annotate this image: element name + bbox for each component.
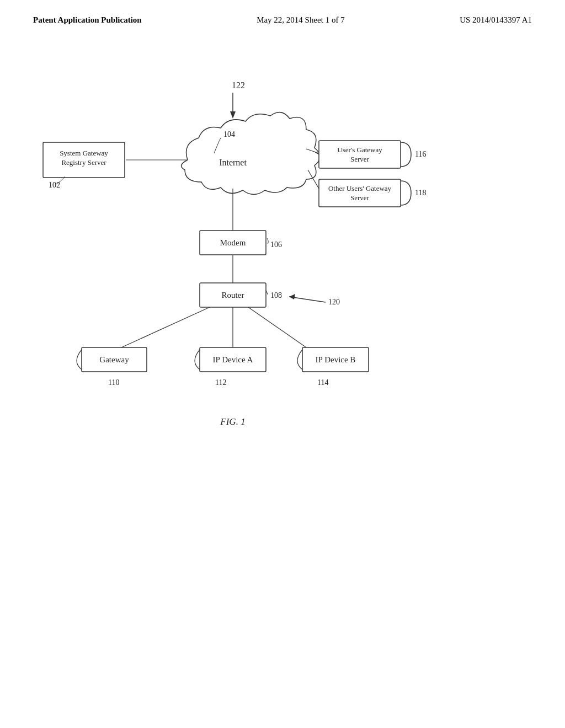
svg-text:IP Device B: IP Device B bbox=[316, 355, 356, 364]
internet-label: Internet bbox=[219, 158, 247, 167]
page-header: Patent Application Publication May 22, 2… bbox=[0, 0, 565, 25]
svg-line-21 bbox=[289, 297, 326, 302]
svg-text:IP Device A: IP Device A bbox=[213, 355, 253, 364]
svg-line-25 bbox=[248, 307, 306, 347]
svg-text:Modem: Modem bbox=[220, 238, 246, 247]
patent-diagram: 122 Internet 104 System Gateway Registry… bbox=[0, 66, 565, 590]
ref122-label: 122 bbox=[232, 81, 245, 90]
svg-marker-22 bbox=[289, 294, 295, 299]
svg-text:Other Users' Gateway: Other Users' Gateway bbox=[328, 184, 392, 192]
svg-text:Server: Server bbox=[350, 155, 370, 163]
svg-text:Server: Server bbox=[350, 194, 370, 202]
ref112-label: 112 bbox=[215, 378, 226, 387]
ref110-label: 110 bbox=[108, 378, 119, 387]
svg-text:Router: Router bbox=[222, 291, 244, 299]
ref118-label: 118 bbox=[415, 189, 426, 197]
svg-text:User's Gateway: User's Gateway bbox=[337, 146, 382, 154]
modem-box: Modem bbox=[200, 231, 266, 255]
ip-device-b-box: IP Device B bbox=[302, 347, 369, 372]
ref114-label: 114 bbox=[317, 378, 328, 387]
diagram-area: 122 Internet 104 System Gateway Registry… bbox=[0, 66, 565, 590]
system-gateway-box: System Gateway Registry Server bbox=[43, 142, 125, 178]
ref120-label: 120 bbox=[328, 298, 340, 306]
ip-device-a-box: IP Device A bbox=[200, 347, 266, 372]
gateway-box: Gateway bbox=[82, 347, 147, 372]
header-center: May 22, 2014 Sheet 1 of 7 bbox=[257, 15, 345, 25]
ref102-label: 102 bbox=[49, 181, 60, 189]
svg-marker-1 bbox=[230, 111, 236, 119]
router-box: Router bbox=[200, 283, 266, 307]
header-left: Patent Application Publication bbox=[33, 15, 142, 25]
internet-cloud: Internet bbox=[182, 113, 320, 195]
svg-text:Gateway: Gateway bbox=[99, 355, 129, 364]
ref104-label: 104 bbox=[223, 130, 235, 138]
other-gateway-box: Other Users' Gateway Server bbox=[319, 179, 401, 207]
svg-rect-5 bbox=[319, 141, 401, 168]
svg-rect-8 bbox=[319, 179, 401, 207]
fig-caption: FIG. 1 bbox=[220, 416, 245, 427]
svg-text:Registry Server: Registry Server bbox=[61, 158, 106, 167]
svg-line-23 bbox=[121, 307, 210, 347]
ref108-label: 108 bbox=[270, 291, 282, 299]
ref116-label: 116 bbox=[415, 150, 426, 158]
ref106-label: 106 bbox=[270, 240, 282, 249]
svg-text:System Gateway: System Gateway bbox=[60, 149, 108, 157]
users-gateway-box: User's Gateway Server bbox=[319, 141, 401, 168]
svg-line-13 bbox=[306, 149, 319, 153]
header-right: US 2014/0143397 A1 bbox=[460, 15, 532, 25]
